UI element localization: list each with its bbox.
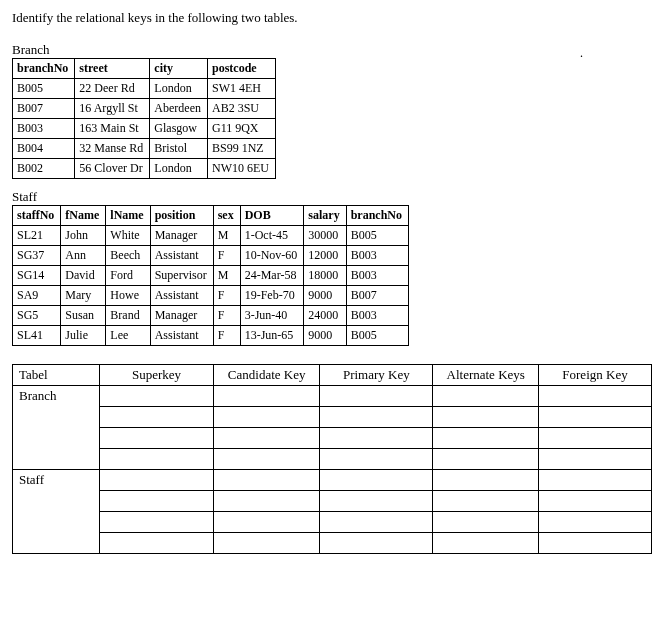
cell: SA9: [13, 286, 61, 306]
cell: White: [106, 226, 150, 246]
cell: 19-Feb-70: [240, 286, 304, 306]
cell: BS99 1NZ: [207, 139, 275, 159]
cell: 163 Main St: [75, 119, 150, 139]
cell: Supervisor: [150, 266, 213, 286]
table-row: SG37AnnBeechAssistantF10-Nov-6012000B003: [13, 246, 409, 266]
cell: B003: [346, 246, 408, 266]
table-row: B003163 Main StGlasgowG11 9QX: [13, 119, 276, 139]
cell: 13-Jun-65: [240, 326, 304, 346]
table-row: SG14DavidFordSupervisorM24-Mar-5818000B0…: [13, 266, 409, 286]
cell: 3-Jun-40: [240, 306, 304, 326]
cell: 16 Argyll St: [75, 99, 150, 119]
table-row: [13, 449, 652, 470]
cell: Susan: [61, 306, 106, 326]
cell: Assistant: [150, 286, 213, 306]
cell: SG5: [13, 306, 61, 326]
cell: B004: [13, 139, 75, 159]
staff-table: staffNo fName lName position sex DOB sal…: [12, 205, 409, 346]
empty-cell: [538, 491, 651, 512]
col-header: postcode: [207, 59, 275, 79]
cell: B007: [13, 99, 75, 119]
col-header: Superkey: [99, 365, 213, 386]
cell: 24000: [304, 306, 346, 326]
empty-cell: [214, 491, 320, 512]
cell: 10-Nov-60: [240, 246, 304, 266]
cell: Lee: [106, 326, 150, 346]
cell: SG37: [13, 246, 61, 266]
cell: Aberdeen: [150, 99, 208, 119]
staff-label: Staff: [12, 189, 659, 205]
cell: Glasgow: [150, 119, 208, 139]
empty-cell: [320, 386, 433, 407]
empty-cell: [538, 470, 651, 491]
cell: B002: [13, 159, 75, 179]
cell: David: [61, 266, 106, 286]
cell: 24-Mar-58: [240, 266, 304, 286]
table-row: B00256 Clover DrLondonNW10 6EU: [13, 159, 276, 179]
table-row: [13, 407, 652, 428]
empty-cell: [320, 491, 433, 512]
col-header: Primary Key: [320, 365, 433, 386]
cell: 18000: [304, 266, 346, 286]
cell: London: [150, 159, 208, 179]
empty-cell: [433, 386, 539, 407]
branch-table: branchNo street city postcode B00522 Dee…: [12, 58, 276, 179]
row-label: Branch: [13, 386, 100, 470]
empty-cell: [433, 491, 539, 512]
cell: Assistant: [150, 246, 213, 266]
col-header: branchNo: [13, 59, 75, 79]
empty-cell: [99, 470, 213, 491]
cell: Howe: [106, 286, 150, 306]
table-row: [13, 533, 652, 554]
empty-cell: [538, 533, 651, 554]
empty-cell: [320, 407, 433, 428]
cell: Ford: [106, 266, 150, 286]
table-header-row: Tabel Superkey Candidate Key Primary Key…: [13, 365, 652, 386]
empty-cell: [320, 470, 433, 491]
empty-cell: [214, 407, 320, 428]
empty-cell: [433, 533, 539, 554]
cell: 12000: [304, 246, 346, 266]
empty-cell: [538, 449, 651, 470]
empty-cell: [538, 407, 651, 428]
col-header: city: [150, 59, 208, 79]
empty-cell: [433, 407, 539, 428]
table-header-row: staffNo fName lName position sex DOB sal…: [13, 206, 409, 226]
empty-cell: [538, 512, 651, 533]
empty-cell: [99, 449, 213, 470]
empty-cell: [433, 470, 539, 491]
table-row: SG5SusanBrandManagerF3-Jun-4024000B003: [13, 306, 409, 326]
cell: B003: [346, 266, 408, 286]
col-header: lName: [106, 206, 150, 226]
answer-tbody: BranchStaff: [13, 386, 652, 554]
col-header: sex: [213, 206, 240, 226]
cell: Brand: [106, 306, 150, 326]
empty-cell: [214, 428, 320, 449]
cell: F: [213, 286, 240, 306]
col-header: position: [150, 206, 213, 226]
cell: SL41: [13, 326, 61, 346]
empty-cell: [99, 428, 213, 449]
empty-cell: [214, 512, 320, 533]
cell: NW10 6EU: [207, 159, 275, 179]
table-row: SL41JulieLeeAssistantF13-Jun-659000B005: [13, 326, 409, 346]
stray-dot: .: [580, 46, 583, 61]
col-header: street: [75, 59, 150, 79]
table-row: B00432 Manse RdBristolBS99 1NZ: [13, 139, 276, 159]
cell: 22 Deer Rd: [75, 79, 150, 99]
empty-cell: [320, 533, 433, 554]
table-row: [13, 512, 652, 533]
table-row: B00716 Argyll StAberdeenAB2 3SU: [13, 99, 276, 119]
col-header: branchNo: [346, 206, 408, 226]
col-header: Candidate Key: [214, 365, 320, 386]
cell: Beech: [106, 246, 150, 266]
staff-tbody: SL21JohnWhiteManagerM1-Oct-4530000B005SG…: [13, 226, 409, 346]
cell: 56 Clover Dr: [75, 159, 150, 179]
cell: SG14: [13, 266, 61, 286]
cell: Assistant: [150, 326, 213, 346]
cell: B007: [346, 286, 408, 306]
cell: F: [213, 306, 240, 326]
empty-cell: [320, 428, 433, 449]
table-row: B00522 Deer RdLondonSW1 4EH: [13, 79, 276, 99]
cell: B005: [346, 226, 408, 246]
